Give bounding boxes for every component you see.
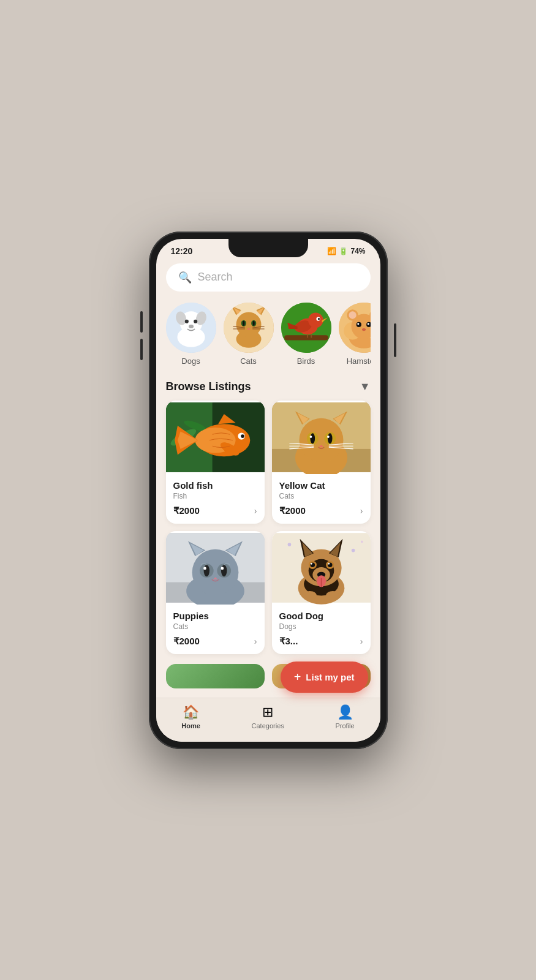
category-circle-dogs <box>166 303 216 353</box>
listing-card-yellowcat[interactable]: Yellow Cat Cats ₹2000 › <box>272 401 371 524</box>
listing-price-yellowcat: ₹2000 <box>279 505 306 516</box>
listing-info-goldfish: Gold fish Fish ₹2000 › <box>166 474 265 524</box>
bottom-nav: 🏠 Home ⊞ Categories 👤 Profile <box>156 698 380 742</box>
listing-image-gooddog <box>272 531 371 605</box>
chevron-right-icon-gooddog[interactable]: › <box>360 636 363 646</box>
svg-point-94 <box>221 567 224 570</box>
category-item-hamsters[interactable]: Hamsters <box>339 303 371 366</box>
listing-price-goldfish: ₹2000 <box>173 505 200 516</box>
home-icon: 🏠 <box>183 704 199 720</box>
phone-frame: 12:20 📶 🔋 74% 🔍 Search <box>149 232 388 749</box>
category-label-dogs: Dogs <box>181 356 200 366</box>
svg-point-17 <box>243 320 244 325</box>
status-right: 📶 🔋 74% <box>327 247 365 255</box>
svg-point-62 <box>299 418 343 462</box>
svg-point-91 <box>203 565 209 576</box>
listing-price-puppies: ₹2000 <box>173 636 200 647</box>
nav-item-home[interactable]: 🏠 Home <box>181 704 200 729</box>
svg-point-92 <box>221 565 226 576</box>
listings-grid: Gold fish Fish ₹2000 › <box>166 401 371 664</box>
category-label-hamsters: Hamsters <box>347 356 371 366</box>
svg-point-46 <box>367 323 369 325</box>
battery-icon: 🔋 <box>339 247 348 255</box>
chevron-right-icon-puppies[interactable]: › <box>254 636 257 646</box>
listing-name-gooddog: Good Dog <box>279 611 363 621</box>
volume-down-button[interactable] <box>140 339 143 360</box>
volume-up-button[interactable] <box>140 311 143 333</box>
listing-card-goldfish[interactable]: Gold fish Fish ₹2000 › <box>166 401 265 524</box>
listing-price-row-goldfish: ₹2000 › <box>173 505 257 516</box>
listing-card-puppies[interactable]: Puppies Cats ₹2000 › <box>166 531 265 654</box>
svg-rect-25 <box>284 335 328 340</box>
svg-point-5 <box>184 319 188 323</box>
categories-row: Dogs <box>166 303 371 371</box>
svg-point-72 <box>327 435 329 438</box>
svg-point-56 <box>241 434 244 438</box>
svg-point-69 <box>310 433 315 443</box>
nav-label-profile: Profile <box>335 722 354 729</box>
list-my-pet-button[interactable]: + List my pet <box>281 662 368 693</box>
listing-name-yellowcat: Yellow Cat <box>279 480 363 491</box>
category-label-cats: Cats <box>240 356 257 366</box>
listing-price-row-puppies: ₹2000 › <box>173 636 257 647</box>
svg-point-119 <box>360 540 363 543</box>
categories-icon: ⊞ <box>262 704 273 720</box>
listing-info-yellowcat: Yellow Cat Cats ₹2000 › <box>272 474 371 524</box>
svg-point-117 <box>287 543 291 546</box>
svg-point-7 <box>188 324 193 328</box>
svg-point-84 <box>192 549 238 595</box>
svg-point-118 <box>351 548 355 552</box>
category-label-birds: Birds <box>297 356 315 366</box>
svg-point-116 <box>326 590 340 600</box>
power-button[interactable] <box>394 323 396 357</box>
svg-point-45 <box>357 323 359 325</box>
svg-point-28 <box>308 312 323 328</box>
svg-point-110 <box>310 562 312 564</box>
svg-point-111 <box>328 562 330 564</box>
listing-category-puppies: Cats <box>173 622 257 631</box>
nav-item-profile[interactable]: 👤 Profile <box>335 704 354 729</box>
svg-point-18 <box>252 320 254 325</box>
browse-title: Browse Listings <box>166 380 251 393</box>
listing-image-yellowcat <box>272 401 371 474</box>
category-item-dogs[interactable]: Dogs <box>166 303 216 366</box>
listing-image-puppies <box>166 531 265 605</box>
listing-info-puppies: Puppies Cats ₹2000 › <box>166 605 265 654</box>
listing-category-goldfish: Fish <box>173 492 257 500</box>
category-circle-birds <box>281 303 331 353</box>
listing-info-gooddog: Good Dog Dogs ₹3... › <box>272 605 371 654</box>
svg-point-30 <box>317 318 319 320</box>
category-item-cats[interactable]: Cats <box>224 303 274 366</box>
listing-price-row-gooddog: ₹3... › <box>279 636 363 647</box>
nav-label-home: Home <box>181 722 200 729</box>
profile-icon: 👤 <box>337 704 353 720</box>
search-icon: 🔍 <box>178 271 192 284</box>
listing-card-gooddog[interactable]: Good Dog Dogs ₹3... › <box>272 531 371 654</box>
category-circle-hamsters <box>339 303 371 353</box>
battery-percent: 74% <box>350 247 365 255</box>
fab-plus-icon: + <box>294 670 301 684</box>
nav-item-categories[interactable]: ⊞ Categories <box>252 704 284 729</box>
listing-category-yellowcat: Cats <box>279 492 363 500</box>
svg-point-70 <box>327 433 332 443</box>
filter-icon[interactable]: ▼ <box>360 380 371 393</box>
chevron-right-icon-goldfish[interactable]: › <box>254 506 257 516</box>
search-placeholder: Search <box>198 271 233 284</box>
screen-content: 🔍 Search <box>156 258 380 698</box>
svg-point-93 <box>203 567 206 570</box>
svg-point-10 <box>236 312 261 337</box>
listing-category-gooddog: Dogs <box>279 622 363 631</box>
svg-point-115 <box>303 590 317 600</box>
svg-point-6 <box>194 319 197 323</box>
fab-label: List my pet <box>306 672 354 682</box>
listing-price-gooddog: ₹3... <box>279 636 298 647</box>
category-circle-cats <box>224 303 274 353</box>
category-item-birds[interactable]: Birds <box>281 303 331 366</box>
chevron-right-icon-yellowcat[interactable]: › <box>360 506 363 516</box>
listing-name-goldfish: Gold fish <box>173 480 257 491</box>
svg-point-41 <box>349 311 356 318</box>
phone-screen: 12:20 📶 🔋 74% 🔍 Search <box>156 239 380 742</box>
signal-icon: 📶 <box>327 247 336 255</box>
search-bar[interactable]: 🔍 Search <box>166 263 371 292</box>
notch <box>228 239 308 257</box>
